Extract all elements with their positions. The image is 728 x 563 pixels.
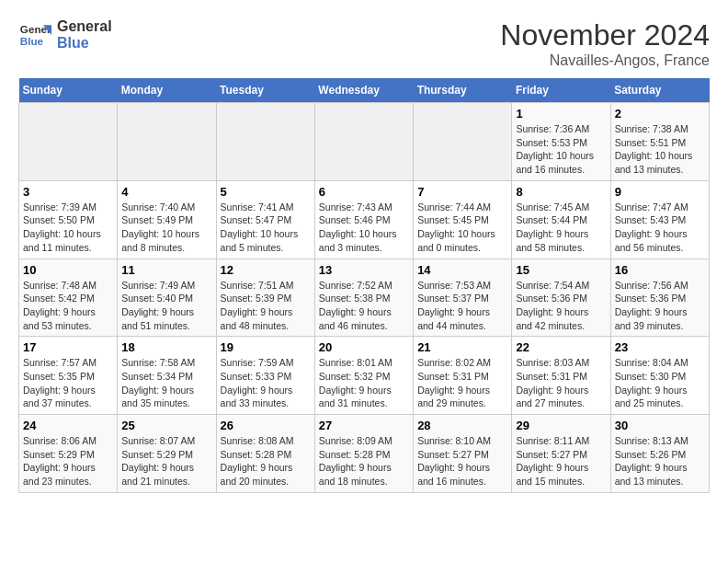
day-number: 10 — [23, 263, 113, 277]
calendar-cell: 5Sunrise: 7:41 AM Sunset: 5:47 PM Daylig… — [216, 180, 314, 259]
calendar-cell: 9Sunrise: 7:47 AM Sunset: 5:43 PM Daylig… — [610, 180, 709, 259]
day-number: 28 — [417, 419, 507, 432]
day-info: Sunrise: 7:56 AM Sunset: 5:36 PM Dayligh… — [615, 279, 705, 333]
logo-icon: General Blue — [18, 18, 51, 52]
day-number: 14 — [417, 263, 507, 277]
calendar-cell: 20Sunrise: 8:01 AM Sunset: 5:32 PM Dayli… — [314, 337, 413, 415]
weekday-header-sunday: Sunday — [19, 78, 118, 103]
day-number: 11 — [121, 263, 211, 277]
day-number: 9 — [615, 185, 705, 199]
calendar-cell: 23Sunrise: 8:04 AM Sunset: 5:30 PM Dayli… — [610, 337, 709, 415]
day-number: 27 — [319, 419, 409, 432]
calendar-cell: 16Sunrise: 7:56 AM Sunset: 5:36 PM Dayli… — [610, 259, 709, 337]
calendar-week-2: 3Sunrise: 7:39 AM Sunset: 5:50 PM Daylig… — [19, 180, 710, 259]
calendar-cell: 27Sunrise: 8:09 AM Sunset: 5:28 PM Dayli… — [314, 415, 413, 493]
day-number: 1 — [516, 107, 606, 121]
calendar-cell: 25Sunrise: 8:07 AM Sunset: 5:29 PM Dayli… — [118, 415, 216, 493]
day-number: 5 — [221, 185, 311, 199]
day-number: 16 — [615, 263, 705, 277]
day-number: 30 — [615, 419, 705, 432]
day-info: Sunrise: 8:13 AM Sunset: 5:26 PM Dayligh… — [615, 434, 705, 488]
day-info: Sunrise: 8:03 AM Sunset: 5:31 PM Dayligh… — [516, 356, 606, 410]
weekday-header-row: SundayMondayTuesdayWednesdayThursdayFrid… — [19, 78, 710, 103]
calendar-table: SundayMondayTuesdayWednesdayThursdayFrid… — [18, 78, 710, 493]
day-info: Sunrise: 7:49 AM Sunset: 5:40 PM Dayligh… — [121, 279, 211, 333]
day-number: 26 — [221, 419, 311, 432]
day-info: Sunrise: 8:08 AM Sunset: 5:28 PM Dayligh… — [221, 434, 311, 488]
day-info: Sunrise: 7:47 AM Sunset: 5:43 PM Dayligh… — [615, 201, 705, 255]
calendar-cell: 24Sunrise: 8:06 AM Sunset: 5:29 PM Dayli… — [19, 415, 118, 493]
calendar-cell: 30Sunrise: 8:13 AM Sunset: 5:26 PM Dayli… — [610, 415, 709, 493]
calendar-cell — [414, 103, 512, 181]
page-header: General Blue General Blue November 2024 … — [18, 18, 710, 69]
calendar-week-4: 17Sunrise: 7:57 AM Sunset: 5:35 PM Dayli… — [19, 337, 710, 415]
calendar-cell — [118, 103, 216, 181]
calendar-week-3: 10Sunrise: 7:48 AM Sunset: 5:42 PM Dayli… — [19, 259, 710, 337]
day-info: Sunrise: 8:06 AM Sunset: 5:29 PM Dayligh… — [23, 434, 113, 488]
calendar-cell: 4Sunrise: 7:40 AM Sunset: 5:49 PM Daylig… — [118, 180, 216, 259]
day-info: Sunrise: 8:10 AM Sunset: 5:27 PM Dayligh… — [417, 434, 507, 488]
calendar-cell: 28Sunrise: 8:10 AM Sunset: 5:27 PM Dayli… — [414, 415, 512, 493]
day-number: 12 — [221, 263, 311, 277]
calendar-week-1: 1Sunrise: 7:36 AM Sunset: 5:53 PM Daylig… — [19, 103, 710, 181]
weekday-header-wednesday: Wednesday — [314, 78, 413, 103]
day-info: Sunrise: 7:36 AM Sunset: 5:53 PM Dayligh… — [516, 122, 606, 177]
day-number: 23 — [615, 340, 705, 354]
calendar-cell: 11Sunrise: 7:49 AM Sunset: 5:40 PM Dayli… — [118, 259, 216, 337]
day-info: Sunrise: 8:01 AM Sunset: 5:32 PM Dayligh… — [319, 356, 409, 410]
day-info: Sunrise: 7:57 AM Sunset: 5:35 PM Dayligh… — [23, 356, 113, 410]
calendar-cell: 1Sunrise: 7:36 AM Sunset: 5:53 PM Daylig… — [512, 103, 610, 181]
day-number: 6 — [319, 185, 409, 199]
calendar-cell: 18Sunrise: 7:58 AM Sunset: 5:34 PM Dayli… — [118, 337, 216, 415]
calendar-cell: 14Sunrise: 7:53 AM Sunset: 5:37 PM Dayli… — [414, 259, 512, 337]
weekday-header-saturday: Saturday — [610, 78, 709, 103]
calendar-cell: 8Sunrise: 7:45 AM Sunset: 5:44 PM Daylig… — [512, 180, 610, 259]
calendar-cell: 15Sunrise: 7:54 AM Sunset: 5:36 PM Dayli… — [512, 259, 610, 337]
calendar-cell: 6Sunrise: 7:43 AM Sunset: 5:46 PM Daylig… — [314, 180, 413, 259]
day-number: 13 — [319, 263, 409, 277]
calendar-cell: 21Sunrise: 8:02 AM Sunset: 5:31 PM Dayli… — [414, 337, 512, 415]
calendar-cell — [19, 103, 118, 181]
weekday-header-monday: Monday — [118, 78, 216, 103]
calendar-cell: 10Sunrise: 7:48 AM Sunset: 5:42 PM Dayli… — [19, 259, 118, 337]
calendar-cell: 19Sunrise: 7:59 AM Sunset: 5:33 PM Dayli… — [216, 337, 314, 415]
calendar-cell: 17Sunrise: 7:57 AM Sunset: 5:35 PM Dayli… — [19, 337, 118, 415]
day-info: Sunrise: 7:38 AM Sunset: 5:51 PM Dayligh… — [615, 122, 705, 177]
logo-blue: Blue — [57, 35, 112, 52]
calendar-cell — [216, 103, 314, 181]
day-info: Sunrise: 7:44 AM Sunset: 5:45 PM Dayligh… — [417, 201, 507, 255]
day-number: 24 — [23, 419, 113, 432]
day-number: 19 — [221, 340, 311, 354]
day-number: 8 — [516, 185, 606, 199]
day-info: Sunrise: 8:07 AM Sunset: 5:29 PM Dayligh… — [121, 434, 211, 488]
day-info: Sunrise: 8:11 AM Sunset: 5:27 PM Dayligh… — [516, 434, 606, 488]
day-info: Sunrise: 7:40 AM Sunset: 5:49 PM Dayligh… — [121, 201, 211, 255]
day-number: 22 — [516, 340, 606, 354]
day-number: 25 — [121, 419, 211, 432]
calendar-week-5: 24Sunrise: 8:06 AM Sunset: 5:29 PM Dayli… — [19, 415, 710, 493]
weekday-header-tuesday: Tuesday — [216, 78, 314, 103]
day-number: 29 — [516, 419, 606, 432]
day-info: Sunrise: 7:52 AM Sunset: 5:38 PM Dayligh… — [319, 279, 409, 333]
day-info: Sunrise: 7:41 AM Sunset: 5:47 PM Dayligh… — [221, 201, 311, 255]
day-number: 20 — [319, 340, 409, 354]
calendar-cell: 12Sunrise: 7:51 AM Sunset: 5:39 PM Dayli… — [216, 259, 314, 337]
month-title: November 2024 — [500, 18, 710, 52]
day-number: 2 — [615, 107, 705, 121]
day-info: Sunrise: 7:54 AM Sunset: 5:36 PM Dayligh… — [516, 279, 606, 333]
day-info: Sunrise: 7:53 AM Sunset: 5:37 PM Dayligh… — [417, 279, 507, 333]
day-info: Sunrise: 7:39 AM Sunset: 5:50 PM Dayligh… — [23, 201, 113, 255]
day-info: Sunrise: 8:09 AM Sunset: 5:28 PM Dayligh… — [319, 434, 409, 488]
day-number: 15 — [516, 263, 606, 277]
day-number: 7 — [417, 185, 507, 199]
svg-text:Blue: Blue — [20, 35, 44, 47]
day-number: 21 — [417, 340, 507, 354]
calendar-cell — [314, 103, 413, 181]
day-number: 17 — [23, 340, 113, 354]
day-number: 3 — [23, 185, 113, 199]
day-info: Sunrise: 7:58 AM Sunset: 5:34 PM Dayligh… — [121, 356, 211, 410]
calendar-cell: 29Sunrise: 8:11 AM Sunset: 5:27 PM Dayli… — [512, 415, 610, 493]
day-info: Sunrise: 7:48 AM Sunset: 5:42 PM Dayligh… — [23, 279, 113, 333]
logo-general: General — [57, 18, 112, 35]
day-info: Sunrise: 7:45 AM Sunset: 5:44 PM Dayligh… — [516, 201, 606, 255]
